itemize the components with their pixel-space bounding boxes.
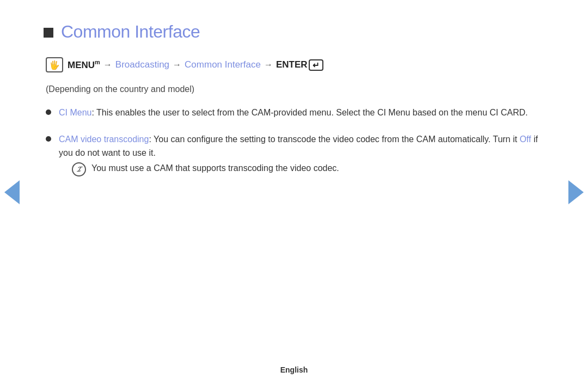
- bullet-dot-icon: [46, 109, 51, 115]
- page-title: Common Interface: [61, 22, 200, 42]
- bullet-content-ci-menu: CI Menu: This enables the user to select…: [59, 106, 544, 120]
- note-row: 𝓘 You must use a CAM that supports trans…: [72, 162, 544, 176]
- note-text: You must use a CAM that supports transco…: [91, 162, 339, 175]
- menu-icon: 🖐: [46, 57, 63, 72]
- nav-previous-button[interactable]: [4, 180, 20, 204]
- bullet-content-cam: CAM video transcoding: You can configure…: [59, 133, 544, 177]
- enter-box: ↵: [309, 59, 323, 71]
- bullet-dot-icon: [46, 136, 51, 142]
- subtitle: (Depending on the country and model): [46, 84, 544, 94]
- footer-language: English: [280, 365, 308, 374]
- title-square-icon: [44, 28, 53, 38]
- enter-arrow-icon: ↵: [313, 61, 320, 69]
- cam-off-word: Off: [519, 135, 531, 144]
- list-item: CAM video transcoding: You can configure…: [46, 133, 544, 177]
- breadcrumb-arrow-3: →: [264, 60, 273, 70]
- breadcrumb-arrow-1: →: [103, 60, 112, 70]
- breadcrumb-common-interface: Common Interface: [185, 59, 261, 70]
- cam-transcoding-label: CAM video transcoding: [59, 135, 149, 144]
- breadcrumb: 🖐 MENUm → Broadcasting → Common Interfac…: [46, 57, 544, 72]
- ci-menu-text: This enables the user to select from the…: [94, 108, 528, 117]
- menu-hand-icon: 🖐: [49, 60, 60, 70]
- bullet-list: CI Menu: This enables the user to select…: [46, 106, 544, 176]
- breadcrumb-arrow-2: →: [173, 60, 181, 70]
- cam-text-before: You can configure the setting to transco…: [151, 135, 520, 144]
- main-content: Common Interface 🖐 MENUm → Broadcasting …: [44, 22, 544, 351]
- note-icon: 𝓘: [72, 162, 86, 176]
- breadcrumb-menu-label: MENUm: [68, 59, 100, 71]
- nav-next-button[interactable]: [568, 180, 584, 204]
- list-item: CI Menu: This enables the user to select…: [46, 106, 544, 120]
- title-row: Common Interface: [44, 22, 544, 42]
- ci-menu-label: CI Menu: [59, 108, 91, 117]
- breadcrumb-enter: ENTER↵: [276, 59, 323, 71]
- breadcrumb-broadcasting: Broadcasting: [115, 59, 169, 70]
- enter-label: ENTER: [276, 59, 308, 70]
